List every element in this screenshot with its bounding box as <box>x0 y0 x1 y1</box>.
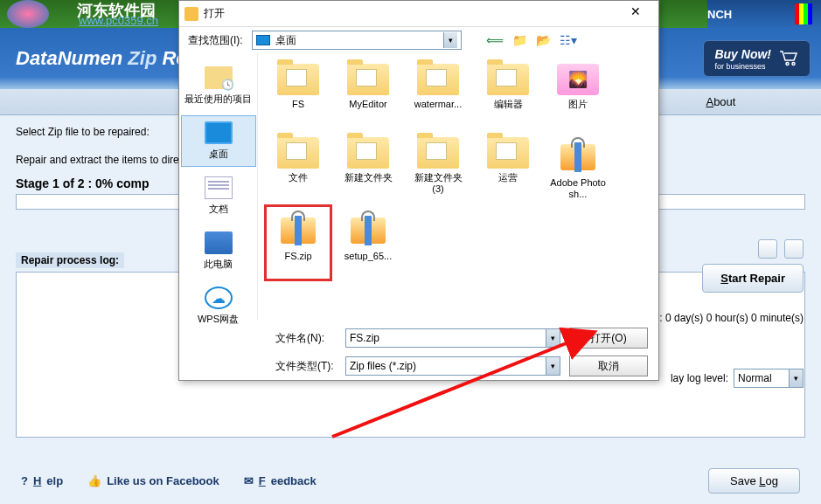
ncu-badge: NCH <box>707 8 732 21</box>
site-url: www.pc0359.cn <box>79 14 158 27</box>
folder-icon <box>487 137 529 169</box>
file-label: Adobe Photosh... <box>548 177 608 200</box>
site-logo <box>7 0 49 28</box>
folder-icon <box>277 64 319 95</box>
dialog-toolbar: 查找范围(I): 桌面 ▾ ⟸ 📁 📂 ☷▾ <box>179 27 658 53</box>
log-level-label: lay log level: <box>671 372 728 384</box>
chevron-down-icon: ▾ <box>789 369 803 387</box>
up-icon[interactable]: 📁 <box>512 33 527 47</box>
file-label: 图片 <box>568 99 588 110</box>
file-label: setup_65... <box>344 251 392 262</box>
app-title: DataNumen Zip Rep <box>16 47 198 70</box>
desktop-icon <box>256 35 270 45</box>
view-menu-icon[interactable]: ☷▾ <box>560 33 577 47</box>
log-level-select[interactable]: Normal▾ <box>734 369 804 388</box>
place-desktop[interactable]: 桌面 <box>181 115 256 167</box>
chevron-down-icon: ▾ <box>546 357 560 375</box>
file-label: 运营 <box>498 172 518 183</box>
files-area[interactable]: FSMyEditorwatermar...编辑器🌄图片文件新建文件夹新建文件夹 … <box>258 53 658 321</box>
file-label: MyEditor <box>349 99 386 110</box>
buy-now-button[interactable]: Buy Now! for businesses <box>703 40 811 77</box>
lookin-dropdown[interactable]: 桌面 ▾ <box>252 31 462 50</box>
lookin-label: 查找范围(I): <box>188 33 243 48</box>
help-link[interactable]: ? Help <box>21 474 63 487</box>
envelope-icon: ✉ <box>244 474 254 487</box>
chevron-down-icon: ▾ <box>546 329 560 347</box>
file-item[interactable]: 编辑器 <box>477 60 539 132</box>
file-label: FS.zip <box>284 251 311 262</box>
file-item[interactable]: setup_65... <box>337 207 400 279</box>
documents-icon <box>205 176 233 199</box>
file-label: 新建文件夹 (3) <box>408 172 468 195</box>
file-item[interactable]: FS.zip <box>267 207 330 279</box>
folder-open-icon <box>184 7 198 21</box>
filetype-label: 文件类型(T): <box>275 359 337 374</box>
thumbs-up-icon: 👍 <box>87 474 101 487</box>
place-label: 桌面 <box>209 148 228 161</box>
file-item[interactable]: 文件 <box>267 134 330 205</box>
file-label: 新建文件夹 <box>344 172 393 183</box>
file-item[interactable]: 🌄图片 <box>546 60 609 132</box>
file-item[interactable]: Adobe Photosh... <box>546 134 609 205</box>
save-log-button[interactable]: Save Log <box>708 468 800 494</box>
search-icon[interactable] <box>784 239 804 259</box>
pc-icon <box>205 231 233 254</box>
place-recent[interactable]: 最近使用的项目 <box>181 60 256 112</box>
help-icon: ? <box>21 474 28 487</box>
folder-icon <box>487 64 529 95</box>
place-label: WPS网盘 <box>198 313 239 326</box>
open-file-dialog: 打开 ✕ 查找范围(I): 桌面 ▾ ⟸ 📁 📂 ☷▾ 最近使用的项目 桌面 <box>178 0 659 381</box>
place-label: 文档 <box>209 203 228 216</box>
cart-icon <box>778 50 799 67</box>
log-level-group: lay log level: Normal▾ <box>671 369 804 388</box>
zip-icon <box>347 211 389 247</box>
filetype-select[interactable]: Zip files (*.zip)▾ <box>345 356 560 376</box>
place-documents[interactable]: 文档 <box>181 170 256 222</box>
buy-now-sub: for businesses <box>714 62 771 71</box>
buy-now-label: Buy Now! <box>714 47 771 61</box>
file-item[interactable]: watermar... <box>407 60 470 132</box>
title-part1: DataNumen <box>16 47 128 69</box>
file-label: FS <box>292 99 304 110</box>
start-repair-button[interactable]: Start Repair <box>702 264 804 293</box>
place-label: 最近使用的项目 <box>184 93 252 106</box>
recent-icon <box>205 66 233 89</box>
open-button[interactable]: 打开(O) <box>569 328 648 349</box>
folder-icon <box>347 64 389 95</box>
lookin-value: 桌面 <box>275 33 296 48</box>
cloud-icon <box>205 287 233 309</box>
file-item[interactable]: MyEditor <box>337 60 400 132</box>
browse-icon[interactable] <box>758 239 777 259</box>
close-button[interactable]: ✕ <box>618 4 653 24</box>
cancel-button[interactable]: 取消 <box>569 356 648 376</box>
facebook-link[interactable]: 👍 Like us on Facebook <box>87 474 219 487</box>
tab-about[interactable]: About <box>706 95 735 108</box>
place-wps[interactable]: WPS网盘 <box>181 280 256 332</box>
folder-icon <box>347 137 389 169</box>
folder-icon <box>417 137 459 169</box>
title-part2: Zip <box>128 47 157 69</box>
color-stripes-icon <box>795 3 812 24</box>
file-item[interactable]: FS <box>267 60 330 132</box>
zip-icon <box>277 211 319 247</box>
back-icon[interactable]: ⟸ <box>486 33 504 47</box>
file-item[interactable]: 新建文件夹 <box>337 134 400 205</box>
images-folder-icon: 🌄 <box>557 64 599 95</box>
file-label: watermar... <box>414 99 462 110</box>
folder-icon <box>417 64 459 95</box>
new-folder-icon[interactable]: 📂 <box>536 33 551 47</box>
filename-label: 文件名(N): <box>275 331 337 346</box>
feedback-link[interactable]: ✉ Feedback <box>244 474 317 487</box>
place-thispc[interactable]: 此电脑 <box>181 225 256 277</box>
log-label: Repair process log: <box>16 252 124 268</box>
desktop-icon <box>205 121 233 144</box>
file-item[interactable]: 新建文件夹 (3) <box>407 134 470 205</box>
chevron-down-icon: ▾ <box>443 32 457 48</box>
file-label: 文件 <box>289 172 308 183</box>
dialog-title: 打开 <box>204 6 618 21</box>
file-item[interactable]: 运营 <box>477 134 539 205</box>
filename-input[interactable]: FS.zip▾ <box>345 328 560 348</box>
app-footer: ? Help 👍 Like us on Facebook ✉ Feedback … <box>0 468 821 494</box>
place-label: 此电脑 <box>204 258 233 271</box>
zip-icon <box>557 137 599 174</box>
